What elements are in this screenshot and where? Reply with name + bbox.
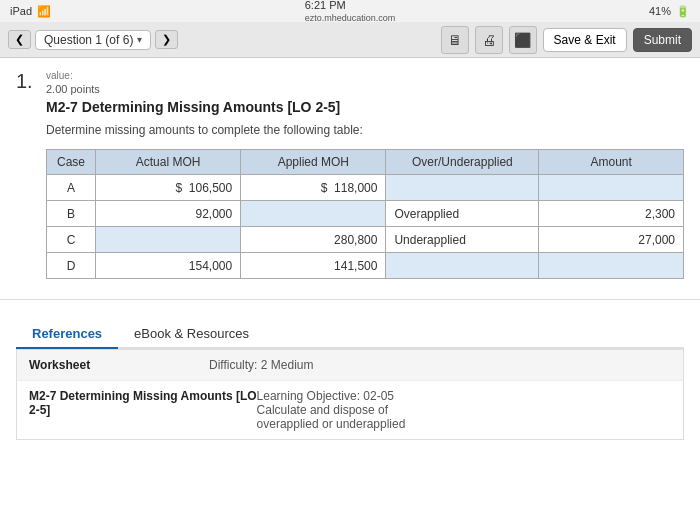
tab-references[interactable]: References — [16, 320, 118, 349]
amount-b: 2,300 — [539, 201, 684, 227]
status-left: iPad 📶 — [10, 5, 51, 18]
nav-left: ❮ Question 1 (of 6) ▾ ❯ — [8, 30, 178, 50]
over-under-c: Underapplied — [386, 227, 539, 253]
col-header-case: Case — [47, 150, 96, 175]
data-table: Case Actual MOH Applied MOH Over/Underap… — [46, 149, 684, 279]
print-icon[interactable]: 🖨 — [475, 26, 503, 54]
actual-moh-a: $ 106,500 — [96, 175, 241, 201]
amount-d-cell[interactable] — [539, 253, 684, 279]
battery-display: 41% — [649, 5, 671, 17]
value-meta: value: — [46, 70, 100, 81]
case-b: B — [47, 201, 96, 227]
amount-c: 27,000 — [539, 227, 684, 253]
over-under-d-cell[interactable] — [386, 253, 539, 279]
table-row: A $ 106,500 $ 118,000 — [47, 175, 684, 201]
actual-moh-d: 154,000 — [96, 253, 241, 279]
battery-icon: 🔋 — [676, 5, 690, 18]
main-content: 1. value: 2.00 points M2-7 Determining M… — [0, 58, 700, 525]
table-header-row: Case Actual MOH Applied MOH Over/Underap… — [47, 150, 684, 175]
time-display: 6:21 PM — [305, 0, 346, 11]
table-row: C 280,800 Underapplied 27,000 — [47, 227, 684, 253]
actual-moh-c-input[interactable] — [100, 233, 236, 247]
question-header: 1. value: 2.00 points — [0, 58, 700, 99]
prev-arrow-button[interactable]: ❮ — [8, 30, 31, 49]
case-d: D — [47, 253, 96, 279]
over-under-b: Overapplied — [386, 201, 539, 227]
applied-moh-a: $ 118,000 — [241, 175, 386, 201]
over-under-a-cell[interactable] — [386, 175, 539, 201]
ipad-label: iPad — [10, 5, 32, 17]
ref-value-m27: Learning Objective: 02-05Calculate and d… — [257, 389, 406, 431]
dropdown-arrow-icon: ▾ — [137, 34, 142, 45]
references-content: Worksheet Difficulty: 2 Medium M2-7 Dete… — [16, 349, 684, 440]
question-body: M2-7 Determining Missing Amounts [LO 2-5… — [0, 99, 700, 279]
ref-row-m27: M2-7 Determining Missing Amounts [LO2-5]… — [17, 381, 683, 439]
nav-right: 🖥 🖨 ⬛ Save & Exit Submit — [441, 26, 692, 54]
question-instruction: Determine missing amounts to complete th… — [46, 123, 684, 137]
url-display: ezto.mheducation.com — [305, 13, 396, 23]
tab-ebook-resources[interactable]: eBook & Resources — [118, 320, 265, 347]
tabs-section: References eBook & Resources — [0, 299, 700, 349]
ref-value-worksheet: Difficulty: 2 Medium — [209, 358, 313, 372]
question-selector[interactable]: Question 1 (of 6) ▾ — [35, 30, 151, 50]
applied-moh-c: 280,800 — [241, 227, 386, 253]
table-row: B 92,000 Overapplied 2,300 — [47, 201, 684, 227]
applied-moh-b-cell[interactable] — [241, 201, 386, 227]
next-arrow-button[interactable]: ❯ — [155, 30, 178, 49]
amount-d-input[interactable] — [543, 259, 679, 273]
amount-a-cell[interactable] — [539, 175, 684, 201]
tabs-row: References eBook & Resources — [16, 320, 684, 349]
status-right: 41% 🔋 — [649, 5, 690, 18]
status-center: 6:21 PM ezto.mheducation.com — [305, 0, 396, 23]
monitor-icon[interactable]: 🖥 — [441, 26, 469, 54]
status-bar: iPad 📶 6:21 PM ezto.mheducation.com 41% … — [0, 0, 700, 22]
question-points: 2.00 points — [46, 83, 100, 95]
share-icon[interactable]: ⬛ — [509, 26, 537, 54]
actual-moh-c-cell[interactable] — [96, 227, 241, 253]
table-row: D 154,000 141,500 — [47, 253, 684, 279]
ref-label-worksheet: Worksheet — [29, 358, 209, 372]
question-meta-block: value: 2.00 points — [46, 70, 100, 95]
over-under-d-input[interactable] — [390, 259, 534, 273]
submit-button[interactable]: Submit — [633, 28, 692, 52]
ref-row-worksheet: Worksheet Difficulty: 2 Medium — [17, 350, 683, 381]
col-header-applied-moh: Applied MOH — [241, 150, 386, 175]
question-number: 1. — [16, 70, 36, 93]
ref-label-m27: M2-7 Determining Missing Amounts [LO2-5] — [29, 389, 257, 417]
applied-moh-d: 141,500 — [241, 253, 386, 279]
col-header-amount: Amount — [539, 150, 684, 175]
col-header-over-under: Over/Underapplied — [386, 150, 539, 175]
case-c: C — [47, 227, 96, 253]
nav-bar: ❮ Question 1 (of 6) ▾ ❯ 🖥 🖨 ⬛ Save & Exi… — [0, 22, 700, 58]
actual-moh-b: 92,000 — [96, 201, 241, 227]
wifi-icon: 📶 — [37, 5, 51, 18]
question-title: M2-7 Determining Missing Amounts [LO 2-5… — [46, 99, 684, 115]
save-exit-button[interactable]: Save & Exit — [543, 28, 627, 52]
applied-moh-b-input[interactable] — [245, 207, 381, 221]
amount-a-input[interactable] — [543, 181, 679, 195]
col-header-actual-moh: Actual MOH — [96, 150, 241, 175]
over-under-a-input[interactable] — [390, 181, 534, 195]
case-a: A — [47, 175, 96, 201]
question-label: Question 1 (of 6) — [44, 33, 133, 47]
